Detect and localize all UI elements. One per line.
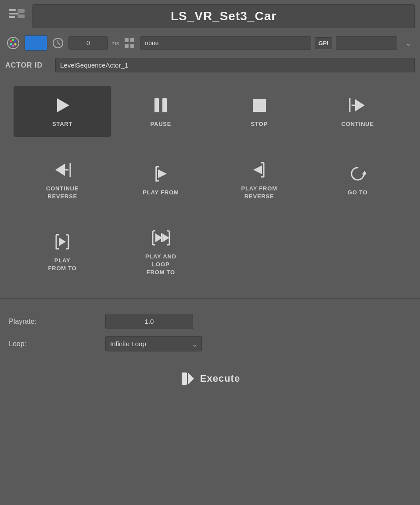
gpi-label: GPI	[315, 37, 332, 49]
execute-label: Execute	[200, 373, 240, 384]
execute-button[interactable]: Execute	[180, 371, 240, 387]
svg-marker-19	[57, 98, 69, 112]
pfr-line2: REVERSE	[244, 193, 274, 200]
play-and-loop-label: PLAY AND LOOP FROM TO	[145, 253, 176, 277]
svg-rect-3	[18, 9, 25, 13]
svg-rect-15	[125, 38, 129, 42]
continue-reverse-line2: REVERSE	[47, 193, 77, 200]
svg-point-7	[12, 39, 14, 41]
execute-row: Execute	[0, 362, 420, 395]
play-from-reverse-label: PLAY FROM REVERSE	[241, 185, 277, 201]
start-button[interactable]: START	[13, 86, 111, 137]
loop-select-wrapper: Infinite Loop No Loop Loop Once	[105, 336, 202, 351]
actor-id-input[interactable]	[55, 58, 415, 72]
header-icon	[5, 5, 28, 28]
color-palette-icon[interactable]	[5, 35, 21, 51]
loop-select[interactable]: Infinite Loop No Loop Loop Once	[105, 336, 202, 351]
button-grid-row1: START PAUSE STOP CONTINUE	[0, 77, 420, 146]
svg-rect-18	[130, 44, 134, 48]
svg-point-8	[14, 40, 17, 43]
svg-point-6	[10, 40, 12, 43]
continue-icon	[347, 95, 368, 116]
palette-svg	[7, 36, 20, 50]
stop-icon	[249, 95, 270, 116]
button-grid-row3: PLAY FROM TO PLAY AND LOOP FROM TO	[0, 214, 420, 294]
page-title: LS_VR_Set3_Car	[171, 9, 276, 23]
clock-icon	[51, 36, 65, 50]
sequence-input[interactable]	[140, 36, 311, 50]
gpi-select[interactable]	[336, 36, 397, 50]
go-to-icon	[347, 163, 368, 184]
continue-reverse-label: CONTINUE REVERSE	[46, 185, 79, 201]
svg-marker-45	[59, 237, 66, 246]
pal-line1: PLAY AND	[145, 253, 176, 260]
grid-icon	[122, 36, 136, 50]
playrate-input[interactable]	[105, 314, 193, 329]
continue-reverse-line1: CONTINUE	[46, 185, 79, 192]
empty-cell-1	[210, 218, 309, 286]
pal-line2: LOOP	[152, 261, 169, 268]
stop-button[interactable]: STOP	[210, 86, 309, 137]
continue-reverse-icon	[52, 159, 73, 180]
play-from-to-icon	[52, 231, 73, 252]
svg-rect-16	[130, 38, 134, 42]
loop-row: Loop: Infinite Loop No Loop Loop Once	[9, 333, 411, 355]
svg-rect-21	[162, 98, 167, 112]
play-and-loop-button[interactable]: PLAY AND LOOP FROM TO	[111, 218, 210, 286]
pftt-line2: FROM TO	[48, 265, 76, 272]
pfr-line1: PLAY FROM	[241, 185, 277, 192]
pause-label: PAUSE	[150, 120, 171, 128]
svg-rect-4	[18, 14, 25, 18]
playrate-label: Playrate:	[9, 318, 97, 326]
pause-icon	[150, 95, 171, 116]
pause-button[interactable]: PAUSE	[111, 86, 210, 137]
svg-point-11	[10, 43, 12, 46]
svg-point-10	[12, 45, 14, 47]
empty-cell-2	[309, 218, 407, 286]
svg-rect-17	[125, 44, 129, 48]
color-swatch-box[interactable]	[25, 35, 47, 51]
time-input[interactable]	[68, 36, 108, 50]
actor-id-label: ACTOR ID	[5, 61, 49, 69]
svg-marker-54	[162, 233, 169, 242]
svg-marker-36	[253, 165, 262, 174]
playrate-row: Playrate:	[9, 310, 411, 333]
svg-point-41	[363, 172, 365, 175]
time-unit-label: ms	[111, 40, 119, 47]
stop-label: STOP	[251, 120, 267, 128]
svg-marker-25	[355, 99, 365, 111]
header: LS_VR_Set3_Car	[0, 0, 420, 32]
continue-button[interactable]: CONTINUE	[309, 86, 407, 137]
svg-marker-59	[188, 372, 194, 385]
svg-marker-26	[55, 164, 65, 176]
play-from-to-button[interactable]: PLAY FROM TO	[13, 218, 111, 286]
start-icon	[52, 95, 73, 116]
play-from-button[interactable]: PLAY FROM	[111, 150, 210, 209]
play-and-loop-icon	[150, 227, 171, 248]
continue-label: CONTINUE	[341, 120, 374, 128]
play-from-to-label: PLAY FROM TO	[48, 257, 76, 272]
svg-rect-2	[9, 16, 15, 18]
actor-id-row: ACTOR ID	[0, 54, 420, 77]
loop-label: Loop:	[9, 340, 97, 348]
pftt-line1: PLAY	[54, 257, 71, 264]
svg-rect-20	[154, 98, 159, 112]
start-label: START	[52, 120, 72, 128]
svg-line-14	[58, 43, 60, 44]
svg-rect-1	[9, 13, 18, 14]
toolbar: ms GPI	[0, 32, 420, 54]
divider	[0, 298, 420, 299]
svg-marker-32	[158, 169, 167, 178]
go-to-button[interactable]: GO TO	[309, 150, 407, 209]
app-icon	[7, 7, 26, 26]
title-bar: LS_VR_Set3_Car	[32, 4, 415, 28]
gpi-select-wrapper	[336, 36, 415, 50]
play-from-icon	[150, 163, 171, 184]
play-from-reverse-button[interactable]: PLAY FROM REVERSE	[210, 150, 309, 209]
go-to-label: GO TO	[348, 189, 368, 197]
settings-section: Playrate: Loop: Infinite Loop No Loop Lo…	[0, 303, 420, 362]
button-grid-row2: CONTINUE REVERSE PLAY FROM	[0, 146, 420, 214]
pal-line3: FROM TO	[147, 269, 175, 276]
continue-reverse-button[interactable]: CONTINUE REVERSE	[13, 150, 111, 209]
svg-rect-22	[253, 99, 266, 112]
